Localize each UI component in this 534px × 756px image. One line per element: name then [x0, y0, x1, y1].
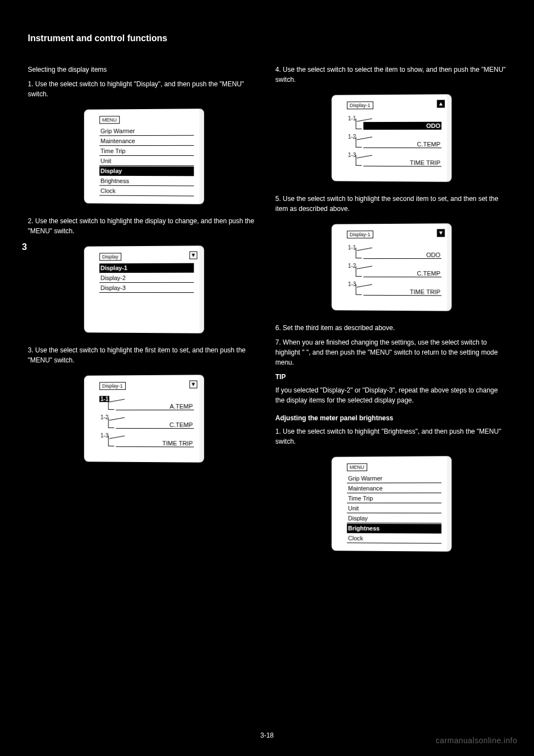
- step-brightness-1: 1. Use the select switch to highlight "B…: [275, 426, 506, 446]
- menu-item: Unit: [99, 156, 194, 166]
- figure-display1-slot1: Display-1 ▼ 1-1A.TEMP1-2C.TEMP1-3TIME TR…: [28, 370, 259, 468]
- slot-value: ODO: [363, 122, 441, 130]
- step-right-4: 4. Use the select switch to select the i…: [275, 65, 506, 85]
- down-arrow-icon: ▼: [189, 251, 197, 259]
- menu-item: Grip Warmer: [347, 474, 441, 484]
- figure-menu-display: MENU Grip WarmerMaintenanceTime TripUnit…: [28, 104, 259, 209]
- down-arrow-icon: ▼: [189, 380, 197, 388]
- figure-display-select: Display ▼ Display-1Display-2Display-3: [28, 240, 259, 338]
- step-right-5: 5. Use the select switch to highlight th…: [275, 194, 506, 214]
- slot-value: TIME TRIP: [363, 159, 441, 167]
- menu-item: Maintenance: [99, 136, 194, 146]
- lcd-tag: MENU: [99, 116, 119, 124]
- step-right-7: 7. When you are finished changing the se…: [275, 337, 506, 367]
- menu-item: Maintenance: [347, 484, 441, 493]
- lcd-tag: Display-1: [99, 382, 125, 390]
- menu-item: Grip Warmer: [99, 126, 194, 136]
- step-left-2: 2. Use the select switch to highlight th…: [28, 216, 259, 236]
- step-left-3: 3. Use the select switch to highlight th…: [28, 345, 259, 365]
- menu-item: Display-3: [99, 283, 194, 293]
- left-column: Selecting the display items 1. Use the s…: [28, 60, 259, 563]
- up-arrow-icon: ▲: [437, 100, 444, 107]
- lcd-tag: Display-1: [347, 230, 373, 238]
- watermark: carmanualsonline.info: [436, 736, 517, 745]
- down-arrow-icon: ▼: [437, 229, 444, 237]
- figure-display1-after: Display-1 ▼ 1-1ODO1-2C.TEMP1-3TIME TRIP: [275, 218, 506, 316]
- lcd-tag: Display: [99, 253, 121, 261]
- menu-item: Time Trip: [99, 146, 194, 156]
- menu-item: Brightness: [347, 524, 441, 534]
- page-header: Instrument and control functions: [28, 33, 506, 43]
- slot-value: TIME TRIP: [363, 288, 441, 296]
- slot-value: C.TEMP: [363, 140, 441, 148]
- section-brightness: Adjusting the meter panel brightness: [275, 414, 506, 422]
- step-right-6: 6. Set the third item as described above…: [275, 323, 506, 333]
- slot-value: A.TEMP: [116, 402, 194, 410]
- para-select-display-items: Selecting the display items: [28, 65, 259, 75]
- slot-value: TIME TRIP: [116, 439, 194, 448]
- lcd-tag: Display-1: [347, 101, 373, 109]
- tip-label: TIP: [275, 373, 506, 381]
- lcd-tag: MENU: [347, 463, 367, 471]
- right-column: 4. Use the select switch to select the i…: [275, 60, 506, 563]
- menu-item: Clock: [99, 186, 194, 197]
- menu-item: Display: [347, 514, 441, 523]
- step-left-1: 1. Use the select switch to highlight "D…: [28, 79, 259, 99]
- slot-value: ODO: [363, 251, 441, 259]
- tip-text: If you selected "Display-2" or "Display-…: [275, 385, 506, 405]
- chapter-tab: 3: [17, 239, 32, 255]
- slot-value: C.TEMP: [116, 421, 194, 429]
- page-number: 3-18: [260, 732, 274, 739]
- menu-item: Display-1: [99, 263, 194, 273]
- figure-menu-brightness: MENU Grip WarmerMaintenanceTime TripUnit…: [275, 451, 506, 557]
- menu-item: Brightness: [99, 176, 194, 186]
- menu-item: Unit: [347, 504, 441, 513]
- menu-item: Time Trip: [347, 494, 441, 503]
- menu-item: Display: [99, 166, 194, 176]
- slot-value: C.TEMP: [363, 269, 441, 277]
- menu-item: Clock: [347, 534, 441, 544]
- menu-item: Display-2: [99, 273, 194, 283]
- figure-display1-odo-selected: Display-1 ▲ 1-1ODO1-2C.TEMP1-3TIME TRIP: [275, 89, 506, 187]
